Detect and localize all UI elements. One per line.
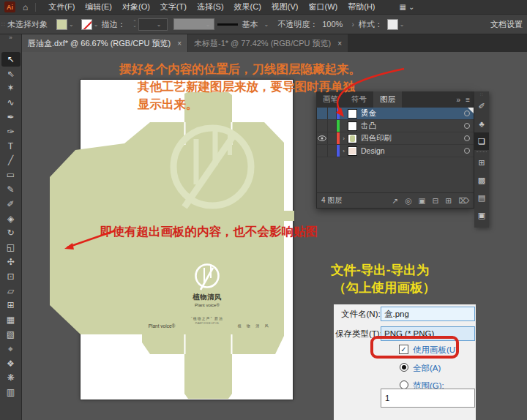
symbol-sprayer-tool[interactable]: ❋: [0, 371, 22, 386]
drag-grip-icon[interactable]: ∷: [480, 91, 483, 97]
lock-toggle[interactable]: [328, 145, 337, 157]
panel-menu-icon[interactable]: ≡: [466, 96, 470, 104]
all-radio[interactable]: [400, 363, 408, 372]
layers-panel-icon[interactable]: ❏: [474, 132, 489, 150]
menu-window[interactable]: 窗口(W): [304, 1, 343, 12]
direct-selection-tool[interactable]: ⇖: [0, 67, 22, 81]
document-tab-active[interactable]: 唇油盒.dxf* @ 66.67% (RGB/CPU 预览) ×: [22, 34, 187, 52]
gradient-panel-icon[interactable]: ▩: [474, 171, 489, 189]
brushes-panel-icon[interactable]: ✐: [474, 97, 489, 115]
layer-row-tangjin[interactable]: 烫金: [317, 108, 474, 120]
target-icon[interactable]: [460, 123, 474, 129]
chevron-down-icon[interactable]: ⌄: [264, 21, 269, 28]
rectangle-tool[interactable]: ▭: [0, 168, 22, 182]
line-segment-tool[interactable]: ╱: [0, 154, 22, 168]
tools-panel-header[interactable]: »: [0, 34, 22, 52]
shape-builder-tool[interactable]: ▱: [0, 284, 22, 299]
stroke-weight-select[interactable]: ⌄: [138, 18, 168, 31]
eyedropper-tool[interactable]: ⌖: [0, 342, 22, 356]
delete-layer-icon[interactable]: ⌦: [458, 196, 469, 205]
layer-row-jitu[interactable]: 击凸: [317, 120, 474, 132]
gradient-tool[interactable]: ▧: [0, 327, 22, 342]
symbols-panel-icon[interactable]: ♣: [474, 115, 489, 132]
document-setup-button[interactable]: 文档设置: [487, 18, 526, 31]
free-transform-tool[interactable]: ⊡: [0, 269, 22, 284]
note-middle: 即使有超出画板的内容，也不会影响贴图: [100, 224, 318, 240]
perspective-grid-tool[interactable]: ⊞: [0, 299, 22, 313]
collect-for-export-icon[interactable]: ↗: [392, 196, 399, 205]
close-icon[interactable]: ×: [177, 40, 182, 48]
target-icon[interactable]: [460, 135, 474, 141]
expand-arrow-icon[interactable]: ›: [340, 135, 348, 142]
paintbrush-tool[interactable]: ✎: [0, 182, 22, 197]
all-label[interactable]: 全部(A): [413, 363, 441, 374]
selection-tool[interactable]: ↖: [1, 52, 20, 67]
pencil-tool[interactable]: ✐: [0, 197, 22, 211]
layer-name[interactable]: Design: [361, 146, 460, 155]
lasso-tool[interactable]: ∿: [0, 95, 22, 110]
chevron-down-icon[interactable]: ⌄: [400, 21, 405, 28]
new-sublayer-icon[interactable]: ⊟: [433, 196, 439, 205]
layer-row-cmyk[interactable]: › 四色印刷: [317, 132, 474, 145]
visibility-toggle[interactable]: [317, 145, 328, 157]
target-icon[interactable]: [460, 110, 474, 116]
collapse-panel-icon[interactable]: »: [457, 96, 461, 104]
brush-definition-value[interactable]: 基本: [242, 19, 258, 30]
lock-toggle[interactable]: [328, 132, 337, 144]
layer-name[interactable]: 烫金: [361, 108, 460, 119]
transform-panel-icon[interactable]: ▣: [474, 206, 489, 224]
clipping-mask-icon[interactable]: ▣: [419, 196, 426, 205]
layer-name[interactable]: 四色印刷: [361, 133, 460, 143]
menu-select[interactable]: 选择(S): [192, 1, 229, 12]
pen-tool[interactable]: ✒: [0, 110, 22, 124]
stroke-color-swatch[interactable]: [81, 19, 92, 30]
layer-row-design[interactable]: › Design: [317, 145, 474, 157]
lock-toggle[interactable]: [328, 120, 337, 132]
chevron-down-icon[interactable]: ⌄: [69, 21, 74, 28]
document-tab[interactable]: 未标题-1* @ 77.42% (RGB/CPU 预览) ×: [187, 34, 348, 52]
chevron-right-icon[interactable]: ›: [351, 20, 354, 29]
stroke-weight-stepper[interactable]: ⌃ ⌄: [133, 20, 137, 28]
blend-tool[interactable]: ❖: [0, 356, 22, 371]
new-layer-icon[interactable]: ⊞: [445, 196, 452, 205]
menu-type[interactable]: 文字(T): [155, 1, 192, 12]
scale-tool[interactable]: ◱: [0, 240, 22, 255]
eraser-tool[interactable]: ◈: [0, 211, 22, 226]
drag-grip-icon[interactable]: ∷: [1, 21, 4, 28]
column-graph-tool[interactable]: ▥: [0, 385, 22, 400]
artboards-panel-icon[interactable]: ⊞: [474, 154, 489, 171]
type-tool[interactable]: T: [0, 139, 22, 154]
visibility-toggle[interactable]: [317, 108, 328, 119]
stepper-down-icon[interactable]: ⌄: [133, 24, 137, 28]
menu-help[interactable]: 帮助(H): [343, 1, 380, 12]
menu-edit[interactable]: 编辑(E): [80, 1, 117, 12]
menu-effect[interactable]: 效果(C): [229, 1, 266, 12]
locate-object-icon[interactable]: ◎: [405, 196, 411, 205]
align-panel-icon[interactable]: ▤: [474, 189, 489, 206]
layer-name[interactable]: 击凸: [361, 121, 460, 131]
expand-arrow-icon[interactable]: ›: [340, 148, 348, 154]
width-tool[interactable]: ✣: [0, 255, 22, 269]
rotate-tool[interactable]: ↻: [0, 226, 22, 241]
filename-input[interactable]: 盒.png: [381, 307, 475, 321]
menu-view[interactable]: 视图(V): [266, 1, 304, 12]
range-input[interactable]: 1: [381, 389, 475, 408]
variable-width-select[interactable]: ⌄: [173, 18, 214, 30]
workspace-switcher[interactable]: ▦ ⌄: [400, 3, 415, 11]
target-icon[interactable]: [460, 148, 474, 154]
curvature-pen-tool[interactable]: ✑: [0, 124, 22, 139]
lock-toggle[interactable]: [328, 108, 337, 119]
opacity-value[interactable]: 100%: [322, 20, 343, 29]
chevron-down-icon[interactable]: ⌄: [94, 21, 99, 28]
menu-object[interactable]: 对象(O): [117, 1, 155, 12]
magic-wand-tool[interactable]: ✶: [0, 81, 22, 96]
home-icon[interactable]: ⌂: [23, 2, 28, 12]
fill-color-swatch[interactable]: [56, 19, 67, 30]
visibility-toggle[interactable]: [317, 132, 328, 144]
visibility-toggle[interactable]: [317, 120, 328, 132]
tab-layers[interactable]: 图层: [373, 91, 402, 108]
style-swatch[interactable]: [387, 19, 398, 30]
close-icon[interactable]: ×: [337, 40, 342, 48]
mesh-tool[interactable]: ▦: [0, 312, 22, 327]
menu-file[interactable]: 文件(F): [43, 1, 80, 12]
